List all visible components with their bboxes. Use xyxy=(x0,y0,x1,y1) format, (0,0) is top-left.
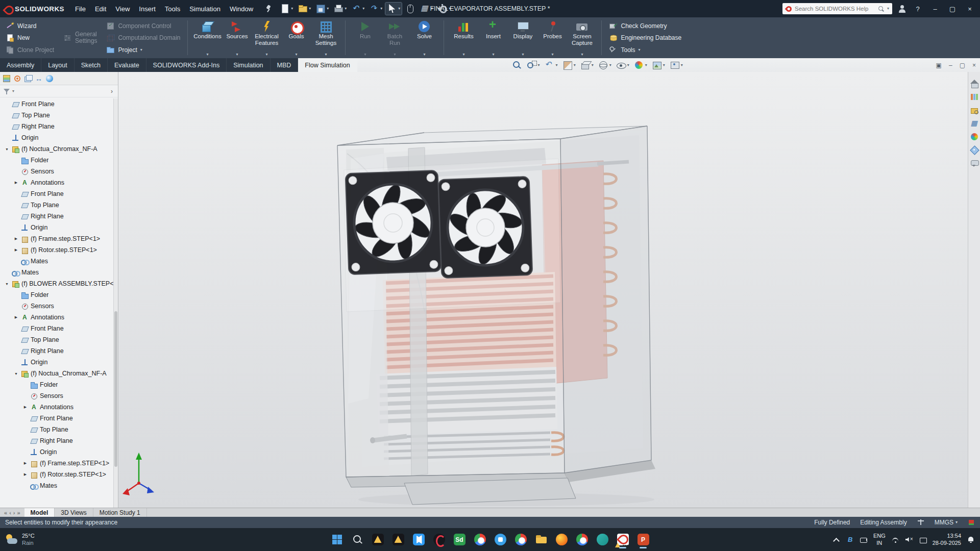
dropdown-caret-icon[interactable] xyxy=(551,53,553,57)
solidworks-2024-icon[interactable]: 2024 xyxy=(614,531,631,549)
tree-expander-icon[interactable] xyxy=(13,237,19,241)
tree-item[interactable]: Right Plane xyxy=(0,121,118,132)
batch-run-button[interactable]: Batch Run xyxy=(380,18,409,57)
view-palette-icon[interactable] xyxy=(970,119,979,128)
tree-item[interactable]: Front Plane xyxy=(0,98,118,110)
hazard-app-icon-1[interactable] xyxy=(369,531,386,549)
browser-icon-3[interactable] xyxy=(573,531,591,549)
clock[interactable]: 13:54 28-09-2025 xyxy=(933,533,961,546)
search-scope-caret-icon[interactable] xyxy=(887,7,889,11)
tree-item[interactable]: Front Plane xyxy=(0,413,118,424)
dropdown-caret-icon[interactable] xyxy=(609,63,611,67)
dropdown-caret-icon[interactable] xyxy=(556,63,558,67)
restore-window-button[interactable]: ▢ xyxy=(946,5,959,13)
evaporator-assembly-model[interactable] xyxy=(118,72,968,508)
tree-item[interactable]: Origin xyxy=(0,132,118,143)
tree-item[interactable]: Right Plane xyxy=(0,211,118,222)
ribbon-tab[interactable]: Evaluate xyxy=(108,58,146,72)
help-search-box[interactable] xyxy=(782,3,892,14)
model-tab[interactable]: 3D Views xyxy=(55,508,93,517)
units-caret-icon[interactable] xyxy=(955,520,958,524)
tree-expander-icon[interactable] xyxy=(13,181,19,185)
print-button[interactable] xyxy=(332,3,348,15)
graphics-viewport[interactable] xyxy=(118,72,968,508)
electrical-features-button[interactable]: Electrical Features xyxy=(252,18,281,57)
sw-forum-icon[interactable] xyxy=(970,159,979,168)
select-tool-button[interactable] xyxy=(385,3,402,15)
ribbon-tab[interactable]: Sketch xyxy=(75,58,108,72)
model-tab[interactable]: Model xyxy=(24,508,55,517)
probes-button[interactable]: Probes xyxy=(537,18,567,57)
tree-item[interactable]: Mates xyxy=(0,480,118,491)
restore-document-button[interactable]: ▢ xyxy=(960,62,965,69)
hide-show-items-button[interactable] xyxy=(615,60,630,70)
dropdown-caret-icon[interactable] xyxy=(364,53,366,57)
enclosure-right-face[interactable] xyxy=(560,126,651,473)
tag-icon[interactable] xyxy=(968,519,975,526)
hazard-app-icon-2[interactable] xyxy=(389,531,407,549)
menu-item[interactable]: View xyxy=(111,5,134,13)
filter-caret-icon[interactable] xyxy=(12,89,14,93)
pin-toolbar-icon[interactable] xyxy=(263,4,273,14)
teal-app-icon[interactable] xyxy=(594,531,611,549)
cascade-document-button[interactable]: ▣ xyxy=(936,62,942,69)
tree-item[interactable]: Origin xyxy=(0,222,118,233)
tree-expander-icon[interactable] xyxy=(22,405,28,409)
tree-item[interactable]: Folder xyxy=(0,379,118,390)
tree-item[interactable]: Mates xyxy=(0,256,118,267)
dropdown-caret-icon[interactable] xyxy=(345,7,347,11)
conditions-button[interactable]: Conditions xyxy=(192,18,222,57)
fan-2[interactable] xyxy=(438,177,533,278)
fan-1[interactable] xyxy=(346,170,442,274)
displaymanager-tab[interactable] xyxy=(45,74,54,83)
tree-item[interactable]: Top Plane xyxy=(0,110,118,121)
search-icon[interactable] xyxy=(878,6,885,12)
tree-expander-icon[interactable] xyxy=(22,472,28,477)
menu-item[interactable]: Edit xyxy=(90,5,111,13)
opera-gx-icon[interactable] xyxy=(430,531,448,549)
ribbon-tab[interactable]: Flow Simulation xyxy=(298,58,357,72)
component-control-button[interactable]: Component Control xyxy=(104,20,183,32)
dropdown-caret-icon[interactable] xyxy=(581,53,583,57)
model-tab[interactable]: Motion Study 1 xyxy=(93,508,147,517)
display-style-button[interactable] xyxy=(597,60,612,70)
menu-item[interactable]: Insert xyxy=(134,5,160,13)
help-search-input[interactable] xyxy=(795,6,875,12)
powerpoint-icon[interactable]: P xyxy=(634,531,652,549)
dropdown-caret-icon[interactable] xyxy=(309,7,311,11)
tree-item[interactable]: Folder xyxy=(0,155,118,166)
menu-item[interactable]: Simulation xyxy=(185,5,225,13)
tree-item[interactable]: Mates xyxy=(0,267,118,278)
insert-button[interactable]: Insert xyxy=(478,18,508,57)
dropdown-caret-icon[interactable] xyxy=(423,53,425,57)
tree-item[interactable]: Sensors xyxy=(0,390,118,402)
scroll-tabs-right-button[interactable]: › xyxy=(13,510,15,516)
chrome-icon[interactable] xyxy=(471,531,488,549)
browser-orange-icon[interactable] xyxy=(553,531,570,549)
expand-panel-chevron[interactable]: › xyxy=(109,88,115,95)
configurationmanager-tab[interactable] xyxy=(23,74,33,83)
volume-muted-icon[interactable] xyxy=(905,536,913,544)
tree-item[interactable]: Annotations xyxy=(0,312,118,323)
general-settings-button[interactable]: General Settings xyxy=(61,32,100,44)
menu-item[interactable]: Window xyxy=(225,5,258,13)
design-library-icon[interactable] xyxy=(970,92,979,102)
taskbar-search-button[interactable] xyxy=(349,531,366,549)
battery-icon[interactable] xyxy=(860,536,868,544)
tree-item[interactable]: (f) Frame.step.STEP<1> xyxy=(0,458,118,469)
notification-bell-icon[interactable] xyxy=(967,536,975,544)
tree-expander-icon[interactable] xyxy=(13,315,19,319)
previous-view-button[interactable] xyxy=(543,60,559,70)
menu-item[interactable]: Tools xyxy=(160,5,185,13)
vscode-icon[interactable] xyxy=(410,531,427,549)
dropdown-caret-icon[interactable] xyxy=(140,48,142,52)
dropdown-caret-icon[interactable] xyxy=(394,53,396,57)
tree-item[interactable]: Sensors xyxy=(0,166,118,177)
tree-expander-icon[interactable] xyxy=(13,248,19,252)
dropdown-caret-icon[interactable] xyxy=(574,63,576,67)
featuremanager-tree-tab[interactable] xyxy=(2,74,11,83)
wizard-button[interactable]: Wizard xyxy=(3,20,57,32)
tree-item[interactable]: (f) BLOWER ASSEMBLY.STEP<2 xyxy=(0,278,118,289)
windows-start-button[interactable] xyxy=(328,531,346,549)
tree-item[interactable]: Annotations xyxy=(0,177,118,188)
